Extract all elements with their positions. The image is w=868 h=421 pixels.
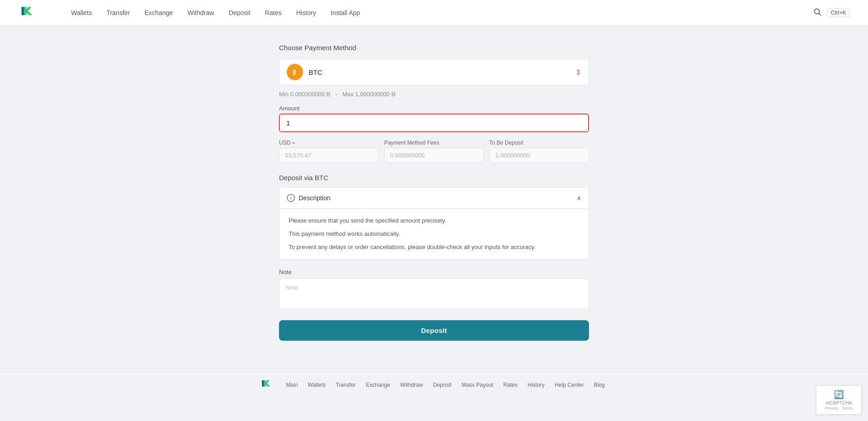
recaptcha-privacy[interactable]: Privacy · Terms — [825, 406, 852, 411]
footer-link-blog[interactable]: Blog — [590, 382, 609, 388]
footer-link-transfer[interactable]: Transfer — [332, 382, 359, 388]
description-line-2: This payment method works automatically. — [289, 229, 579, 239]
nav-exchange[interactable]: Exchange — [145, 9, 173, 16]
footer-link-wallets[interactable]: Wallets — [304, 382, 329, 388]
footer: Main Wallets Transfer Exchange Withdraw … — [0, 368, 868, 401]
description-body: Please ensure that you send the specifie… — [279, 209, 589, 259]
description-label: Description — [299, 194, 577, 202]
footer-link-withdraw[interactable]: Withdraw — [397, 382, 427, 388]
nav-transfer[interactable]: Transfer — [106, 9, 130, 16]
svg-line-1 — [819, 13, 821, 16]
selected-currency: BTC — [309, 68, 575, 76]
nav-withdraw[interactable]: Withdraw — [187, 9, 214, 16]
amount-label: Amount — [279, 105, 589, 112]
payment-method-selector[interactable]: ₿ BTC ⇕ — [279, 59, 589, 85]
header: Wallets Transfer Exchange Withdraw Depos… — [0, 0, 868, 26]
main-nav: Wallets Transfer Exchange Withdraw Depos… — [71, 9, 814, 16]
deposit-button[interactable]: Deposit — [279, 320, 589, 341]
choose-payment-title: Choose Payment Method — [279, 44, 589, 52]
footer-link-rates[interactable]: Rates — [500, 382, 521, 388]
footer-link-history[interactable]: History — [524, 382, 548, 388]
recaptcha-badge: 🔄 reCAPTCHA Privacy · Terms — [816, 385, 862, 415]
chevron-updown-icon: ⇕ — [575, 68, 581, 77]
logo[interactable] — [18, 4, 35, 22]
footer-link-exchange[interactable]: Exchange — [362, 382, 393, 388]
nav-install-app[interactable]: Install App — [331, 9, 360, 16]
to-be-deposit-col: To Be Deposit 1.000000000 — [489, 140, 589, 163]
amount-input-wrapper — [279, 114, 589, 132]
note-textarea[interactable] — [279, 278, 589, 309]
header-right: Ctrl+K — [814, 8, 850, 18]
recaptcha-logo: 🔄 — [821, 390, 857, 400]
nav-wallets[interactable]: Wallets — [71, 9, 92, 16]
footer-link-mass-payout[interactable]: Mass Payout — [458, 382, 497, 388]
description-line-1: Please ensure that you send the specifie… — [289, 216, 579, 226]
payment-fees-col: Payment Method Fees 0.000000000 — [384, 140, 484, 163]
usd-value: 53,570.47 — [279, 148, 379, 163]
deposit-via-title: Deposit via BTC — [279, 174, 589, 182]
payment-fees-value: 0.000000000 — [384, 148, 484, 163]
max-value: Max 1.000000000 B — [342, 91, 395, 98]
to-be-deposit-value: 1.000000000 — [489, 148, 589, 163]
description-line-3: To prevent any delays or order cancellat… — [289, 243, 579, 252]
minmax-info: Min 0.000300000 B - Max 1.000000000 B — [279, 91, 589, 98]
note-label: Note — [279, 269, 589, 275]
search-button[interactable] — [814, 8, 822, 18]
description-box: i Description ∧ Please ensure that you s… — [279, 187, 589, 260]
usd-label: USD ≈ — [279, 140, 379, 146]
usd-col: USD ≈ 53,570.47 — [279, 140, 379, 163]
description-header[interactable]: i Description ∧ — [279, 187, 589, 209]
recaptcha-text: reCAPTCHA — [826, 400, 852, 405]
main-content: Choose Payment Method ₿ BTC ⇕ Min 0.0003… — [270, 26, 598, 368]
footer-link-help-center[interactable]: Help Center — [551, 382, 588, 388]
chevron-up-icon: ∧ — [577, 194, 581, 202]
footer-link-deposit[interactable]: Deposit — [429, 382, 455, 388]
to-be-deposit-label: To Be Deposit — [489, 140, 589, 146]
keyboard-shortcut-badge: Ctrl+K — [827, 8, 850, 17]
fees-row: USD ≈ 53,570.47 Payment Method Fees 0.00… — [279, 140, 589, 163]
footer-link-main[interactable]: Main — [282, 382, 301, 388]
nav-rates[interactable]: Rates — [265, 9, 282, 16]
nav-deposit[interactable]: Deposit — [229, 9, 250, 16]
footer-logo[interactable] — [259, 378, 272, 392]
amount-group: Amount — [279, 105, 589, 132]
nav-history[interactable]: History — [296, 9, 316, 16]
svg-text:₿: ₿ — [293, 69, 296, 76]
payment-fees-label: Payment Method Fees — [384, 140, 484, 146]
amount-input[interactable] — [280, 114, 588, 131]
info-icon: i — [287, 194, 295, 202]
min-value: Min 0.000300000 B — [279, 91, 331, 98]
btc-icon: ₿ — [287, 64, 303, 80]
